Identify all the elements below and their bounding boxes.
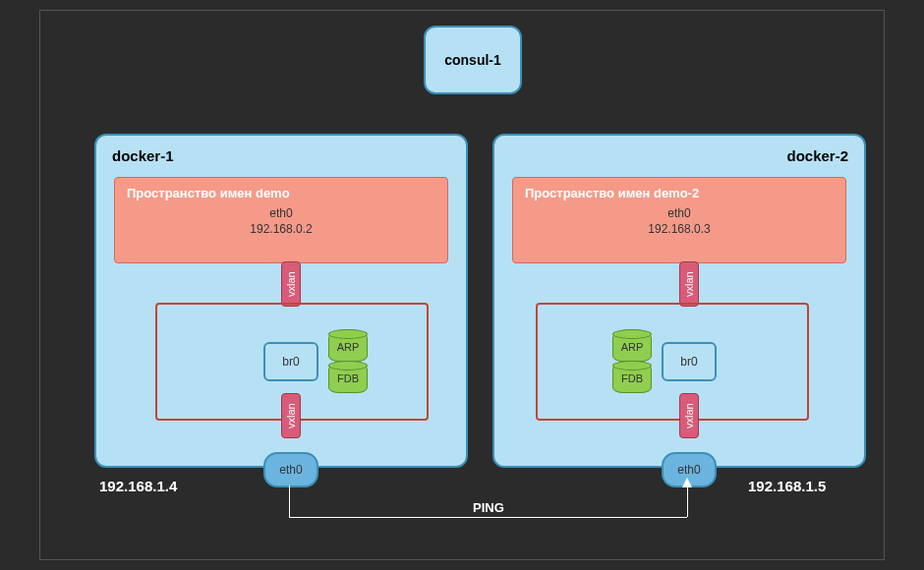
consul-node: consul-1 — [424, 26, 522, 94]
host2-fdb-db: FDB — [612, 364, 652, 393]
diagram-canvas: consul-1 docker-1 Пространство имен demo… — [39, 10, 885, 560]
host2-vxlan-bottom: vxlan — [679, 393, 699, 438]
host2-ip: 192.168.1.5 — [748, 478, 826, 494]
ping-arrow-icon — [682, 478, 692, 487]
host1-eth0: eth0 — [263, 452, 318, 487]
host1-fdb-db: FDB — [328, 364, 368, 393]
host2-ns-eth: eth0 192.168.0.3 — [525, 206, 834, 237]
host1-ip: 192.168.1.4 — [99, 478, 177, 494]
host1-ns-title: Пространство имен demo — [127, 186, 435, 200]
ping-line-v2 — [687, 485, 688, 517]
host1-label: docker-1 — [96, 136, 466, 176]
host2-namespace: Пространство имен demo-2 eth0 192.168.0.… — [512, 177, 846, 263]
ping-line-h — [289, 517, 687, 518]
host2-ns-title: Пространство имен demo-2 — [525, 186, 834, 200]
host1-arp-db: ARP — [328, 332, 368, 362]
host2-label: docker-2 — [494, 136, 864, 176]
docker-host-1: docker-1 Пространство имен demo eth0 192… — [94, 134, 468, 468]
host2-vxlan-top: vxlan — [679, 261, 699, 307]
host1-namespace: Пространство имен demo eth0 192.168.0.2 — [114, 177, 448, 263]
ping-label: PING — [473, 500, 504, 515]
ping-line-v1 — [289, 485, 290, 517]
host1-br0: br0 — [263, 342, 318, 381]
consul-label: consul-1 — [444, 52, 501, 68]
host1-ns-eth: eth0 192.168.0.2 — [127, 206, 435, 237]
host1-vxlan-bottom: vxlan — [281, 393, 301, 438]
host2-br0: br0 — [662, 342, 717, 381]
host2-arp-db: ARP — [612, 332, 652, 362]
docker-host-2: docker-2 Пространство имен demo-2 eth0 1… — [492, 134, 866, 468]
host1-vxlan-top: vxlan — [281, 261, 301, 307]
